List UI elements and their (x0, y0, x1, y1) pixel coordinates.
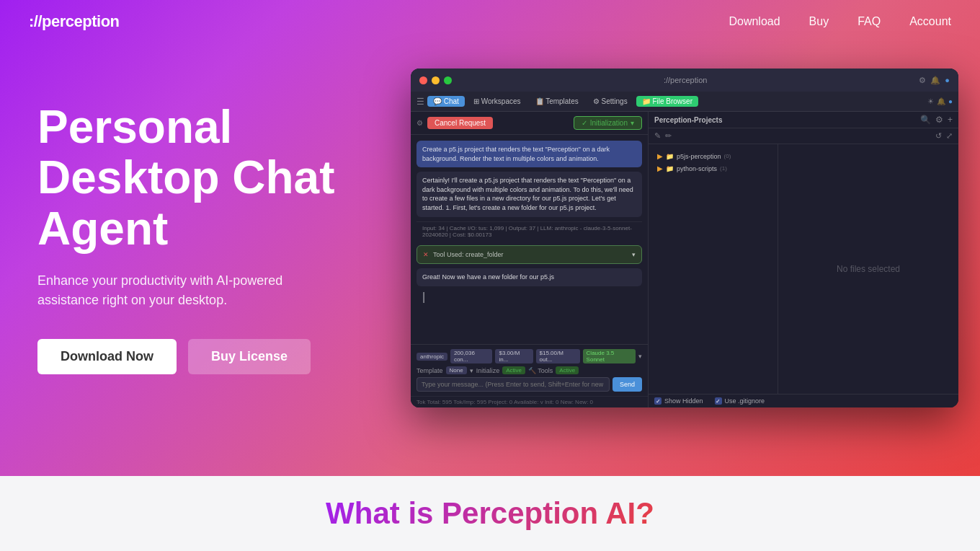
tab-chat[interactable]: 💬 Chat (427, 96, 465, 107)
cancel-request-button[interactable]: Cancel Request (427, 117, 493, 129)
file-bottom-bar: ✓ Show Hidden ✓ Use .gitignore (649, 394, 958, 407)
app-toolbar: ☰ 💬 Chat ⊞ Workspaces 📋 Templates ⚙ Sett… (411, 92, 958, 112)
search-icon[interactable]: 🔍 (920, 115, 931, 125)
buy-license-button[interactable]: Buy License (188, 339, 311, 374)
hero-title: PersonalDesktop ChatAgent (37, 102, 346, 254)
template-label: Template (416, 367, 443, 374)
chat-stats: Tok Total: 595 Tok/Imp: 595 Project: 0 A… (411, 396, 648, 407)
no-files-label: No files selected (837, 264, 900, 274)
app-screenshot: ://perception ⚙ 🔔 ● ☰ 💬 Chat ⊞ Workspace… (411, 69, 958, 407)
typing-cursor: | (416, 291, 642, 304)
file-content: ▶ 📁 p5js-perception (0) ▶ 📁 python-scrip… (649, 144, 958, 394)
chat-footer-template-row: Template None ▾ Initialize Active 🔨 Tool… (416, 366, 642, 374)
toolbar-icon-sun: ☀ (927, 97, 934, 105)
settings-icon-2[interactable]: ⚙ (935, 115, 943, 125)
tools-active-badge: Active (556, 366, 579, 374)
sidebar-toggle-icon[interactable]: ☰ (416, 97, 424, 107)
download-now-button[interactable]: Download Now (37, 339, 177, 374)
input-cost-badge: $3.00/M in... (495, 349, 533, 363)
edit-icon: ✎ (654, 131, 661, 141)
navbar: ://perception Download Buy FAQ Account (0, 0, 980, 43)
show-hidden-checkbox-box[interactable]: ✓ (654, 397, 662, 405)
ai-message-1: Certainly! I'll create a p5.js project t… (416, 172, 642, 216)
app-window: ://perception ⚙ 🔔 ● ☰ 💬 Chat ⊞ Workspace… (411, 69, 958, 407)
x-icon: ✕ (423, 250, 429, 260)
chevron-down-icon: ▾ (632, 250, 636, 260)
check-icon: ✓ (582, 119, 587, 127)
settings-icon: ⚙ (416, 119, 423, 127)
nav-logo[interactable]: ://perception (29, 12, 120, 31)
file-tree-item-p5js[interactable]: ▶ 📁 p5js-perception (0) (654, 150, 772, 162)
nav-download[interactable]: Download (729, 15, 780, 28)
expand-icon[interactable]: ⤢ (946, 131, 953, 141)
nav-buy[interactable]: Buy (809, 15, 829, 28)
hero-subtitle: Enhance your productivity with AI-powere… (37, 271, 346, 310)
chat-meta: Input: 34 | Cache I/O: tus: 1,099 | Outp… (416, 221, 642, 241)
traffic-light-yellow (432, 76, 440, 84)
context-badge: 200,036 con... (450, 349, 493, 363)
plus-icon[interactable]: + (948, 115, 953, 125)
file-tree: ▶ 📁 p5js-perception (0) ▶ 📁 python-scrip… (649, 144, 778, 394)
folder-name-p5js: p5js-perception (677, 153, 721, 160)
refresh-icon[interactable]: ↺ (935, 131, 942, 141)
file-toolbar-icons: 🔍 ⚙ + (920, 115, 953, 125)
titlebar-icon-2: 🔔 (930, 76, 940, 85)
hero-buttons: Download Now Buy License (37, 339, 346, 374)
initialization-indicator: ✓ Initialization ▾ (574, 116, 642, 130)
ai-message-2: Great! Now we have a new folder for our … (416, 268, 642, 286)
nav-faq[interactable]: FAQ (858, 15, 881, 28)
use-gitignore-checkbox[interactable]: ✓ Use .gitignore (715, 397, 765, 405)
folder-name-python: python-scripts (677, 165, 717, 172)
what-is-title: What is Perception AI? (326, 496, 654, 531)
titlebar-icon-1: ⚙ (919, 76, 926, 85)
show-hidden-checkbox[interactable]: ✓ Show Hidden (654, 397, 703, 405)
tab-settings[interactable]: ⚙ Settings (587, 96, 633, 107)
traffic-light-red (419, 76, 427, 84)
chat-input-row: Send (416, 377, 642, 392)
chat-controls: ⚙ Cancel Request ✓ Initialization ▾ (411, 112, 648, 135)
hero-section: PersonalDesktop ChatAgent Enhance your p… (0, 0, 980, 476)
template-chevron: ▾ (470, 367, 473, 374)
what-is-section: What is Perception AI? (0, 476, 980, 551)
chevron-icon: ▾ (631, 119, 634, 127)
user-message-1: Create a p5.js project that renders the … (416, 141, 642, 167)
tab-filebrowser[interactable]: 📁 File Browser (636, 96, 698, 107)
nav-account[interactable]: Account (909, 15, 951, 28)
folder-count-2: (1) (720, 165, 727, 172)
chevron-down-icon-model: ▾ (638, 353, 642, 360)
app-titlebar-title: ://perception (664, 76, 708, 84)
nav-links: Download Buy FAQ Account (729, 15, 951, 28)
provider-badge: anthropic (416, 353, 447, 361)
chat-footer-model-row: anthropic 200,036 con... $3.00/M in... $… (416, 349, 642, 363)
use-gitignore-checkbox-box[interactable]: ✓ (715, 397, 722, 405)
check-mark-2: ✓ (716, 398, 721, 405)
chat-footer: anthropic 200,036 con... $3.00/M in... $… (411, 344, 648, 396)
pencil-icon: ✏ (665, 131, 672, 141)
folder-icon-2: 📁 (666, 153, 674, 160)
file-editor-toolbar: ✎ ✏ ↺ ⤢ (649, 128, 958, 144)
message-input[interactable] (416, 377, 610, 392)
tools-label: 🔨 Tools (528, 367, 553, 374)
app-body: ⚙ Cancel Request ✓ Initialization ▾ Crea… (411, 112, 958, 407)
show-hidden-label: Show Hidden (664, 397, 703, 405)
titlebar-icon-3: ● (945, 76, 950, 85)
file-toolbar: Perception-Projects 🔍 ⚙ + (649, 112, 958, 128)
tab-templates[interactable]: 📋 Templates (530, 96, 584, 107)
hero-content: PersonalDesktop ChatAgent Enhance your p… (0, 102, 346, 374)
file-tree-item-python[interactable]: ▶ 📁 python-scripts (1) (654, 162, 772, 175)
chat-panel: ⚙ Cancel Request ✓ Initialization ▾ Crea… (411, 112, 649, 407)
template-none-badge: None (446, 366, 467, 374)
tab-workspaces[interactable]: ⊞ Workspaces (468, 96, 527, 107)
messages-area: Create a p5.js project that renders the … (411, 135, 648, 344)
toolbar-icon-circle: ● (948, 97, 953, 105)
folder-icon-3: ▶ (657, 164, 663, 172)
model-badge: Claude 3.5 Sonnet (583, 349, 636, 363)
tool-used-message: ✕ Tool Used: create_folder ▾ (416, 245, 642, 265)
folder-icon-1: ▶ (657, 152, 663, 160)
send-button[interactable]: Send (612, 377, 642, 392)
check-mark: ✓ (656, 398, 661, 405)
init-label: Initialize (476, 367, 500, 374)
traffic-light-green (444, 76, 452, 84)
toolbar-icon-bell: 🔔 (937, 97, 945, 105)
file-preview: No files selected (778, 144, 958, 394)
